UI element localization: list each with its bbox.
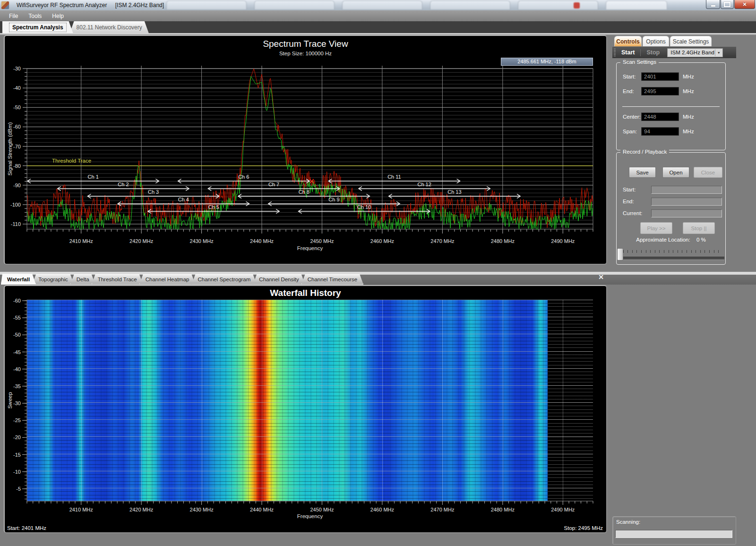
tab-spectrum-analysis[interactable]: Spectrum Analysis [2, 21, 73, 33]
svg-text:Ch 7: Ch 7 [268, 182, 279, 187]
bottom-tab-delta[interactable]: Delta [70, 274, 95, 285]
grid [27, 69, 593, 229]
controls-tab-options[interactable]: Options [643, 36, 669, 46]
bottom-tab-channel-heatmap[interactable]: Channel Heatmap [139, 274, 196, 285]
record-field-label: Start: [623, 187, 636, 192]
background-window-tab [254, 0, 335, 10]
waterfall-axes: -60-55-50-45-40-35-30-25-20-15-10-52410 … [5, 286, 606, 532]
scan-field-label: Center: [623, 114, 641, 120]
playback-slider-thumb[interactable] [617, 248, 623, 260]
scan-field-label: End: [623, 88, 634, 94]
menu-bar: FileToolsHelp [0, 10, 756, 21]
bottom-tab-waterfall[interactable]: Waterfall [1, 274, 36, 285]
svg-text:Ch 2: Ch 2 [118, 182, 129, 187]
window-title-text: WifiSurveyor RF Spectrum Analyzer [17, 2, 107, 9]
minimize-icon [711, 5, 715, 7]
background-window-tab [430, 0, 510, 10]
menu-tools[interactable]: Tools [23, 11, 47, 21]
scanning-label: Scanning: [616, 519, 640, 525]
svg-text:-110: -110 [11, 221, 21, 227]
playback-slider-ticks [619, 250, 722, 253]
save-button[interactable]: Save [629, 167, 656, 178]
svg-text:-100: -100 [10, 202, 21, 208]
maximize-button[interactable] [721, 0, 734, 9]
bottom-tabs: WaterfallTopographicDeltaThreshold Trace… [1, 274, 363, 285]
background-window-tab [166, 0, 247, 10]
background-window-tab [342, 0, 422, 10]
spectrum-plot[interactable]: -30-40-50-60-70-80-90-100-1102410 MHz242… [5, 36, 606, 264]
record-playback-title: Record / Playback [620, 149, 669, 155]
title-bar[interactable]: WifiSurveyor RF Spectrum Analyzer [ISM 2… [0, 0, 756, 11]
stop-scan-button[interactable]: Stop [641, 49, 665, 56]
background-window-tab [606, 0, 667, 10]
controls-tab-scale-settings[interactable]: Scale Settings [670, 36, 712, 46]
bottom-tab-threshold-trace[interactable]: Threshold Trace [92, 274, 143, 285]
svg-text:-70: -70 [13, 144, 21, 149]
svg-text:-5: -5 [16, 486, 21, 492]
open-button[interactable]: Open [662, 167, 689, 178]
approximate-location: Approximate Location: 0 % [617, 237, 725, 243]
window-title: WifiSurveyor RF Spectrum Analyzer [ISM 2… [17, 2, 164, 9]
svg-text:Ch 12: Ch 12 [417, 182, 431, 187]
scan-settings-divider [622, 106, 720, 107]
chevron-down-icon[interactable]: ▼ [715, 49, 722, 56]
svg-text:Ch 3: Ch 3 [148, 189, 159, 195]
svg-text:-25: -25 [13, 417, 21, 423]
svg-text:2490 MHz: 2490 MHz [551, 238, 575, 244]
bottom-tab-topographic[interactable]: Topographic [32, 274, 74, 285]
svg-text:Ch 8: Ch 8 [299, 189, 309, 195]
svg-text:2410 MHz: 2410 MHz [69, 507, 93, 512]
svg-text:Ch 5: Ch 5 [208, 204, 219, 210]
controls-tab-controls[interactable]: Controls [614, 36, 642, 46]
bottom-tab-channel-timecourse[interactable]: Channel Timecourse [301, 274, 363, 285]
record-field-label: End: [623, 199, 634, 204]
svg-text:2480 MHz: 2480 MHz [491, 238, 515, 244]
live-trace [27, 77, 593, 229]
top-tabs: Spectrum Analysis802.11 Network Discover… [2, 21, 149, 33]
svg-text:-40: -40 [13, 366, 21, 372]
minimize-button[interactable] [706, 0, 720, 9]
scan-field-input-start[interactable]: 2401 [641, 72, 679, 81]
svg-text:2450 MHz: 2450 MHz [310, 238, 334, 244]
scan-field-unit: MHz [683, 74, 694, 79]
svg-text:-60: -60 [13, 298, 21, 303]
svg-text:-20: -20 [13, 434, 21, 440]
bottom-tab-channel-spectrogram[interactable]: Channel Spectrogram [191, 274, 257, 285]
record-playback-group: Record / Playback Save Open Close Start:… [616, 152, 726, 265]
svg-text:Ch 4: Ch 4 [178, 197, 189, 202]
menu-help[interactable]: Help [47, 11, 69, 21]
svg-text:-15: -15 [13, 452, 21, 458]
close-button[interactable]: ✕ [734, 0, 755, 9]
svg-text:2480 MHz: 2480 MHz [491, 507, 515, 512]
scan-field-input-center[interactable]: 2448 [641, 113, 679, 121]
background-tab-favicon [574, 2, 580, 9]
record-field-end[interactable] [651, 198, 722, 206]
playback-slider-track[interactable] [618, 257, 724, 260]
menu-file[interactable]: File [4, 11, 23, 21]
svg-text:Ch 10: Ch 10 [357, 204, 371, 210]
approximate-location-label: Approximate Location: [636, 237, 690, 243]
tab-label: 802.11 Network Discovery [77, 24, 142, 31]
app-icon[interactable] [1, 1, 9, 9]
tab-802-11-network-discovery[interactable]: 802.11 Network Discovery [70, 21, 149, 33]
start-scan-button[interactable]: Start [616, 49, 640, 56]
svg-text:2430 MHz: 2430 MHz [190, 507, 214, 512]
svg-text:2420 MHz: 2420 MHz [129, 507, 153, 512]
svg-text:2430 MHz: 2430 MHz [190, 238, 214, 244]
record-field-start[interactable] [651, 186, 722, 194]
play-button[interactable]: Play >> [640, 222, 672, 234]
playback-stop-button[interactable]: Stop || [683, 222, 715, 234]
svg-text:-35: -35 [13, 383, 21, 389]
svg-text:Signal Strength (dBm): Signal Strength (dBm) [7, 122, 13, 175]
svg-text:-40: -40 [13, 85, 21, 91]
close-pane-icon[interactable]: ✕ [595, 273, 607, 283]
scan-field-input-end[interactable]: 2495 [641, 87, 679, 95]
axis-labels: -30-40-50-60-70-80-90-100-1102410 MHz242… [7, 66, 575, 251]
svg-text:-50: -50 [13, 332, 21, 338]
close-recording-button[interactable]: Close [694, 167, 722, 178]
svg-text:Frequency: Frequency [297, 513, 323, 519]
band-select-dropdown[interactable]: ISM 2.4GHz Band ▼ [667, 48, 723, 57]
scan-field-input-span[interactable]: 94 [641, 127, 679, 136]
bottom-tab-channel-density[interactable]: Channel Density [253, 274, 305, 285]
record-field-current[interactable] [651, 209, 722, 217]
